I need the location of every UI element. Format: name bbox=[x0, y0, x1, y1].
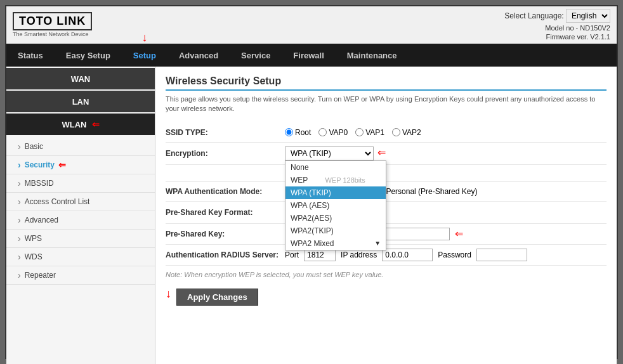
sidebar-item-security[interactable]: Security ⇐ bbox=[6, 156, 155, 174]
pw-label: Password bbox=[438, 250, 471, 259]
ssid-vap1-radio[interactable] bbox=[355, 128, 364, 136]
radius-label: Authentication RADIUS Server: bbox=[166, 244, 285, 265]
nav-firewall[interactable]: Firewall bbox=[282, 44, 335, 67]
ssid-root-radio[interactable] bbox=[285, 128, 293, 136]
nav-status[interactable]: Status bbox=[6, 44, 55, 67]
encryption-select[interactable]: WPA (TKIP) bbox=[285, 146, 374, 160]
security-arrow-icon: ⇐ bbox=[58, 160, 66, 170]
sidebar-item-wds[interactable]: WDS bbox=[6, 248, 155, 266]
psk-label: Pre-Shared Key: bbox=[166, 223, 285, 244]
nav-setup[interactable]: Setup bbox=[122, 44, 167, 67]
ssid-root-option[interactable]: Root bbox=[285, 128, 311, 137]
port-label: Port bbox=[285, 250, 299, 259]
page-description: This page allows you setup the wireless … bbox=[166, 94, 607, 114]
content-area: Wireless Security Setup This page allows… bbox=[155, 67, 617, 364]
encryption-label: Encryption: bbox=[166, 142, 285, 164]
nav-service[interactable]: Service bbox=[230, 44, 282, 67]
drop-wpa-aes[interactable]: WPA (AES) bbox=[285, 199, 386, 212]
psk-arrow-icon: ⇐ bbox=[455, 228, 463, 240]
sidebar-item-repeater[interactable]: Repeater bbox=[6, 266, 155, 285]
language-select[interactable]: English bbox=[566, 9, 610, 23]
wpa-personal-option[interactable]: Personal (Pre-Shared Key) bbox=[376, 187, 477, 196]
sidebar-item-mbssid[interactable]: MBSSID bbox=[6, 174, 155, 193]
logo-text: TOTO LINK bbox=[19, 15, 86, 27]
nav-advanced[interactable]: Advanced bbox=[167, 44, 230, 67]
apply-arrow-icon: ↓ bbox=[166, 287, 171, 301]
apply-changes-button[interactable]: Apply Changes bbox=[176, 289, 258, 306]
encryption-row: Encryption: WPA (TKIP) None bbox=[166, 142, 607, 164]
ssid-vap2-option[interactable]: VAP2 bbox=[392, 128, 421, 137]
ip-label: IP address bbox=[341, 250, 377, 259]
drop-wpa2-tkip[interactable]: WPA2(TKIP) bbox=[285, 224, 386, 237]
note-section: Note: When encryption WEP is selected, y… bbox=[166, 271, 607, 306]
ssid-type-value: Root VAP0 VAP1 VAP2 bbox=[285, 123, 607, 143]
navbar: Status Easy Setup ↓ Setup Advanced Servi… bbox=[6, 44, 617, 67]
page-title: Wireless Security Setup bbox=[166, 75, 607, 91]
ssid-vap2-radio[interactable] bbox=[392, 128, 400, 136]
ssid-vap0-radio[interactable] bbox=[318, 128, 327, 136]
sidebar-item-acl[interactable]: Access Control List bbox=[6, 193, 155, 211]
sidebar-item-wps[interactable]: WPS bbox=[6, 230, 155, 248]
sidebar: WAN LAN WLAN ⇐ Basic Security ⇐ MBSSID A… bbox=[6, 67, 155, 364]
sidebar-btn-lan[interactable]: LAN bbox=[6, 91, 155, 112]
logo-subtitle: The Smartest Network Device bbox=[13, 31, 92, 37]
ssid-vap1-option[interactable]: VAP1 bbox=[355, 128, 384, 137]
nav-easy-setup[interactable]: Easy Setup bbox=[55, 44, 122, 67]
encryption-value: WPA (TKIP) None WEP WEP 128bits WPA (TKI bbox=[285, 142, 607, 164]
drop-none[interactable]: None bbox=[285, 161, 386, 174]
encryption-dropdown: None WEP WEP 128bits WPA (TKIP) WPA (AES… bbox=[285, 160, 386, 250]
pw-input[interactable] bbox=[476, 249, 527, 261]
drop-wpa2-aes[interactable]: WPA2(AES) bbox=[285, 212, 386, 224]
drop-wep[interactable]: WEP WEP 128bits bbox=[285, 174, 386, 186]
firmware-version: Firmware ver. V2.1.1 bbox=[504, 33, 610, 41]
form-table: SSID TYPE: Root VAP0 VAP1 bbox=[166, 123, 607, 266]
port-input[interactable] bbox=[304, 249, 336, 261]
lang-label: Select Language: bbox=[504, 11, 563, 20]
use-8021x-label-empty bbox=[166, 164, 285, 181]
wlan-arrow-icon: ⇐ bbox=[92, 119, 100, 129]
nav-maintenance[interactable]: Maintenance bbox=[336, 44, 409, 67]
encryption-wrap: WPA (TKIP) None WEP WEP 128bits WPA (TKI bbox=[285, 146, 374, 160]
note-text: Note: When encryption WEP is selected, y… bbox=[166, 271, 607, 278]
ip-input[interactable] bbox=[382, 249, 433, 261]
sidebar-btn-wlan[interactable]: WLAN ⇐ bbox=[6, 114, 155, 135]
ssid-type-label: SSID TYPE: bbox=[166, 123, 285, 143]
drop-wpa2-mixed[interactable]: WPA2 Mixed ▼ bbox=[285, 237, 386, 250]
ssid-type-row: SSID TYPE: Root VAP0 VAP1 bbox=[166, 123, 607, 143]
encryption-arrow-icon: ⇐ bbox=[377, 146, 386, 159]
logo: TOTO LINK bbox=[13, 12, 92, 30]
drop-wpa-tkip[interactable]: WPA (TKIP) bbox=[285, 186, 386, 199]
sidebar-item-basic[interactable]: Basic bbox=[6, 138, 155, 156]
psk-format-label: Pre-Shared Key Format: bbox=[166, 201, 285, 223]
sidebar-section: Basic Security ⇐ MBSSID Access Control L… bbox=[6, 136, 155, 286]
sidebar-item-advanced[interactable]: Advanced bbox=[6, 211, 155, 230]
sidebar-btn-wan[interactable]: WAN bbox=[6, 68, 155, 89]
wpa-auth-label: WPA Authentication Mode: bbox=[166, 181, 285, 201]
model-number: Model no - ND150V2 bbox=[504, 24, 610, 32]
ssid-vap0-option[interactable]: VAP0 bbox=[318, 128, 348, 137]
